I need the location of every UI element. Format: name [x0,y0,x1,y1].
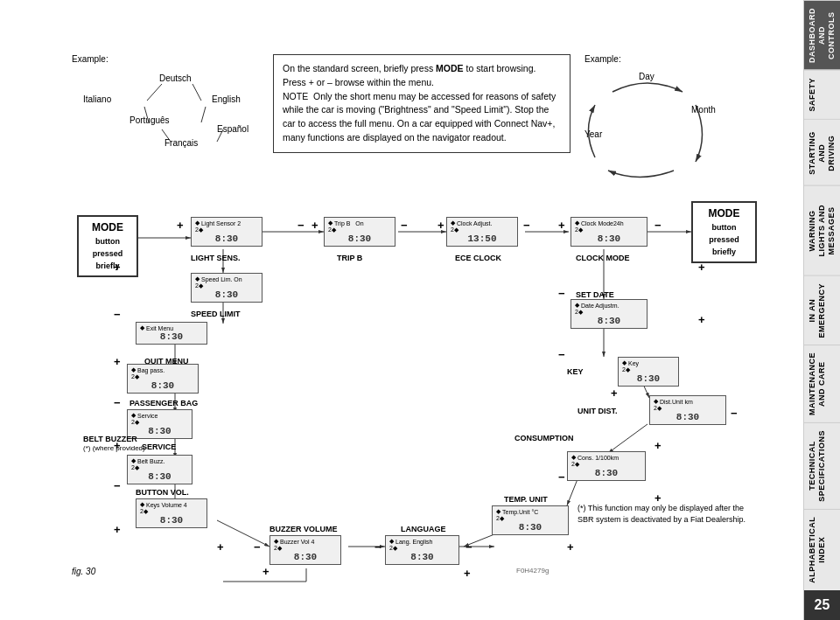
info-text: On the standard screen, briefly press MO… [283,63,556,143]
label-key: KEY [567,367,584,376]
label-temp-unit: TEMP. UNIT [504,495,548,504]
screen-clock-adjust: ◆Clock Adjust. 2◆ 13:50 [446,217,518,247]
sidebar-tab-warning[interactable]: WARNING LIGHTS AND MESSAGES [804,185,840,275]
screen-passenger-bag: ◆Bag pass. 2◆ 8:30 [127,364,199,394]
label-button-vol: BUTTON VOL. [136,488,189,497]
screen-keys-volume: ◆Keys Volume 4 2◆ 8:30 [136,498,207,528]
svg-line-26 [567,479,578,505]
screen-light-sensor: ◆Light Sensor 2 2◆ 8:30 [191,217,262,247]
sidebar-tab-starting[interactable]: STARTING AND DRIVING [804,119,840,186]
label-ece-clock: ECE CLOCK [455,254,501,262]
label-passenger-bag: PASSENGER BAG [130,399,198,408]
lang-francais: Français [164,138,198,148]
page-number: 25 [804,590,840,620]
pm-plus-r3: + [611,387,618,400]
info-box: On the standard screen, briefly press MO… [273,54,570,153]
lang-espanol: Español [217,124,248,134]
screen-trip-b: ◆Trip B On 2◆ 8:30 [324,217,396,247]
lang-italiano: Italiano [83,94,111,104]
sidebar-tab-technical[interactable]: TECHNICAL SPECIFICATIONS [804,422,840,509]
pm-plus-r4: + [654,439,662,452]
fig-label: fig. 30 [72,567,95,576]
pm-plus-1: + [114,261,121,274]
label-trip-b: TRIP B [337,254,362,262]
svg-line-25 [608,424,648,453]
screen-unit-dist: ◆Dist.Unit km 2◆ 8:30 [649,395,726,425]
label-light-sens: LIGHT SENS. [191,254,241,262]
pm-minus-b2: − [374,540,382,554]
pm-plus-r1: + [698,261,705,274]
pm-minus-h3: − [523,219,530,232]
pm-plus-2: + [114,355,121,368]
pm-plus-r2: + [698,313,705,326]
image-code: F0H4279g [516,567,549,575]
mode-box-right: MODE buttonpressedbriefly [691,201,757,263]
pm-plus-b3: + [464,567,471,580]
sidebar-tab-index[interactable]: ALPHABETICAL INDEX [804,509,840,590]
label-set-date: SET DATE [576,290,614,299]
pm-plus-b4: + [567,540,574,554]
lang-english: English [212,94,241,104]
screen-date-adjust: ◆Date Adjustm. 2◆ 8:30 [570,299,648,329]
lang-deutsch: Deutsch [159,73,192,83]
sidebar-tab-emergency[interactable]: IN AN EMERGENCY [804,275,840,345]
pm-plus-4: + [114,523,121,536]
lang-portugues: Português [130,115,170,125]
label-consumption: CONSUMPTION [514,434,574,442]
pm-plus-b2: + [262,565,270,578]
label-unit-dist: UNIT DIST. [578,407,618,415]
screen-buzzer-vol: ◆Buzzer Vol 4 2◆ 8:30 [270,535,341,565]
pm-plus-3: + [114,439,121,452]
screen-temp-unit: ◆Temp.Unit °C 2◆ 8:30 [492,505,569,535]
svg-line-19 [217,520,270,547]
pm-minus-1: − [114,308,121,321]
pm-plus-h3: + [438,219,444,232]
label-service: SERVICE [142,442,176,451]
pm-minus-r1: − [558,287,565,300]
pm-minus-2: − [114,396,121,409]
screen-exit-menu: ◆Exit Menu 8:30 [136,322,207,345]
screen-belt-buzz: ◆Belt Buzz. 2◆ 8:30 [127,455,192,484]
pm-minus-h2: − [401,219,408,232]
screen-key: ◆Key 2◆ 8:30 [618,357,679,387]
mode-box-left: MODE buttonpressedbriefly [77,215,138,277]
sidebar-tab-maintenance[interactable]: MAINTENANCE AND CARE [804,345,840,422]
label-language: LANGUAGE [401,525,446,533]
footnote-sbr: (*) This function may only be displayed … [578,503,752,525]
pm-plus-h1: + [177,219,184,232]
pm-minus-b3: − [466,540,472,554]
pm-minus-h1: − [298,219,304,232]
label-buzzer-volume: BUZZER VOLUME [270,525,338,533]
sidebar: DASHBOARDAND CONTROLS SAFETY STARTING AN… [803,0,840,620]
label-clock-mode: CLOCK MODE [576,254,630,262]
pm-minus-3: − [114,479,121,492]
sidebar-tab-safety[interactable]: SAFETY [804,70,840,119]
cycle-day: Day [639,72,654,81]
screen-clock-mode: ◆Clock Mode24h 2◆ 8:30 [570,217,648,247]
pm-minus-h4: − [654,219,662,232]
pm-minus-b1: − [254,540,261,554]
cycle-year: Year [584,129,602,139]
svg-line-2 [147,84,162,101]
svg-line-3 [192,84,201,101]
cycle-month: Month [691,105,716,115]
label-belt-buzzer: BELT BUZZER [83,435,137,443]
pm-plus-h4: + [558,219,565,232]
label-speed-limit: SPEED LIMIT [191,310,241,318]
pm-plus-b1: + [217,540,224,554]
example-left-label: Example: [72,54,108,64]
pm-minus-r4: − [731,407,738,420]
pm-minus-r5: − [558,470,565,484]
screen-consumption: ◆Cons. 1/100km 2◆ 8:30 [567,451,646,481]
screen-language: ◆Lang. English 2◆ 8:30 [385,535,459,565]
screen-speed-limit: ◆Speed Lim. On 2◆ 8:30 [191,273,262,303]
svg-line-5 [201,107,206,122]
sidebar-tab-dashboard[interactable]: DASHBOARDAND CONTROLS [804,0,840,70]
pm-minus-r3: − [558,348,565,361]
pm-plus-h2: + [312,219,318,232]
example-right-label: Example: [584,54,621,64]
